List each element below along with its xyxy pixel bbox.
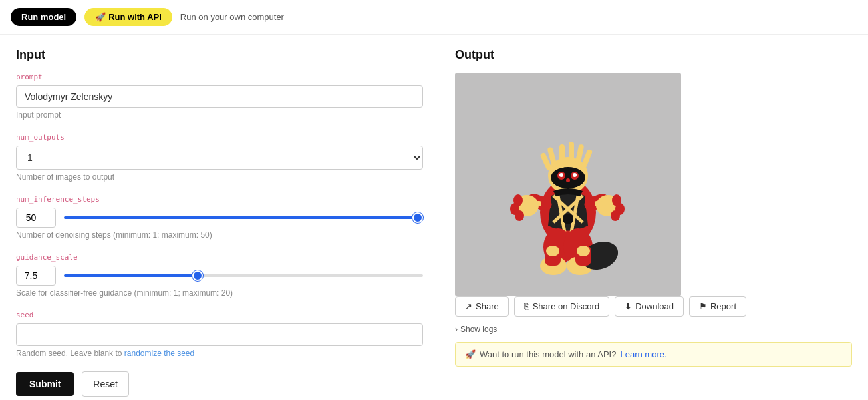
download-label: Download [635,301,674,311]
svg-point-37 [546,246,559,256]
svg-point-9 [559,173,563,177]
num-outputs-label: num_outputs [16,133,423,142]
submit-button[interactable]: Submit [16,372,74,396]
api-rocket-icon: 🚀 [465,349,476,359]
discord-icon: ⎘ [524,301,529,311]
download-icon: ⬇ [625,301,632,311]
svg-rect-28 [533,201,541,206]
svg-rect-12 [559,144,565,168]
run-api-button[interactable]: 🚀 Run with API [84,8,172,26]
svg-rect-29 [595,201,603,206]
prompt-input[interactable] [16,85,423,108]
report-icon: ⚑ [699,301,707,311]
num-inference-steps-label: num_inference_steps [16,195,423,204]
guidance-scale-input[interactable] [16,266,56,286]
api-banner-text: Want to run this model with an API? [480,349,616,359]
prompt-label: prompt [16,73,423,81]
guidance-scale-label: guidance_scale [16,253,423,262]
output-title: Output [455,48,852,62]
num-outputs-hint: Number of images to output [16,172,423,182]
share-icon: ↗ [465,301,472,311]
num-outputs-field-block: num_outputs 1 2 3 4 Number of images to … [16,133,423,182]
num-inference-steps-field-block: num_inference_steps Number of denoising … [16,195,423,240]
reset-button[interactable]: Reset [82,371,129,397]
rocket-icon: 🚀 [95,12,106,22]
seed-label: seed [16,311,423,319]
prompt-hint: Input prompt [16,110,423,120]
share-discord-label: Share on Discord [533,301,599,311]
pokemon-illustration [455,73,681,296]
show-logs-label: Show logs [460,325,497,334]
run-api-label: Run with API [108,12,162,22]
num-inference-steps-input[interactable] [16,208,56,228]
svg-rect-14 [569,142,574,167]
svg-point-27 [611,210,620,221]
output-panel: Output [439,35,868,400]
svg-point-6 [551,167,585,188]
top-bar: Run model 🚀 Run with API Run on your own… [0,0,868,35]
seed-field-block: seed Random seed. Leave blank to randomi… [16,311,423,358]
input-panel: Input prompt Input prompt num_outputs 1 … [0,35,439,400]
download-button[interactable]: ⬇ Download [615,296,684,317]
svg-point-22 [515,210,524,221]
num-inference-steps-slider[interactable] [64,216,423,219]
num-outputs-select[interactable]: 1 2 3 4 [16,146,423,170]
share-discord-button[interactable]: ⎘ Share on Discord [514,296,609,317]
chevron-right-icon: › [455,325,458,334]
run-own-computer-button[interactable]: Run on your own computer [180,12,284,22]
svg-point-11 [566,178,570,182]
guidance-scale-field-block: guidance_scale Scale for classifier-free… [16,253,423,298]
output-image [455,73,681,296]
api-banner: 🚀 Want to run this model with an API? Le… [455,342,852,367]
guidance-scale-hint: Scale for classifier-free guidance (mini… [16,288,423,298]
seed-hint: Random seed. Leave blank to randomize th… [16,349,423,358]
action-buttons: ↗ Share ⎘ Share on Discord ⬇ Download ⚑ … [455,296,852,317]
guidance-scale-slider[interactable] [64,274,423,277]
svg-point-38 [577,246,590,256]
num-inference-steps-hint: Number of denoising steps (minimum: 1; m… [16,230,423,240]
report-label: Report [710,301,736,311]
num-inference-steps-row [16,208,423,228]
input-title: Input [16,48,423,62]
main-layout: Input prompt Input prompt num_outputs 1 … [0,35,868,400]
run-model-button[interactable]: Run model [11,8,76,26]
svg-point-10 [573,173,577,177]
form-actions: Submit Reset [16,371,423,397]
guidance-scale-row [16,266,423,286]
api-learn-more-link[interactable]: Learn more. [620,349,666,359]
share-label: Share [476,301,499,311]
prompt-field-block: prompt Input prompt [16,73,423,120]
report-button[interactable]: ⚑ Report [689,296,746,317]
show-logs-button[interactable]: › Show logs [455,325,852,334]
seed-input[interactable] [16,323,423,346]
randomize-link[interactable]: randomize the seed [124,349,194,358]
svg-point-4 [563,214,573,224]
share-button[interactable]: ↗ Share [455,296,509,317]
